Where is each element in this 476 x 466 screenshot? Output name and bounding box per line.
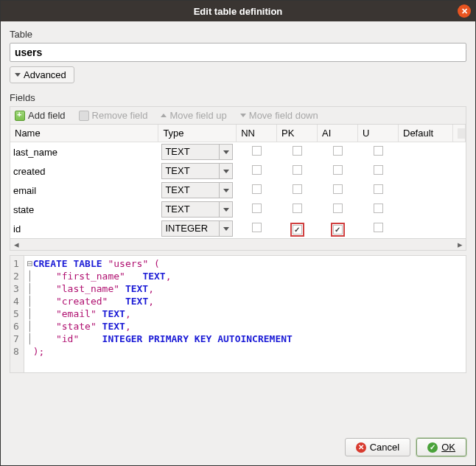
dropdown-arrow-icon[interactable] <box>220 220 233 237</box>
cancel-button[interactable]: ✕ Cancel <box>345 438 410 456</box>
type-select[interactable]: TEXT <box>161 144 220 160</box>
sql-preview[interactable]: 12345678 ⊟CREATE TABLE "users" (│ "first… <box>10 255 466 373</box>
dropdown-arrow-icon[interactable] <box>220 182 233 198</box>
field-name-cell[interactable]: last_name <box>10 142 158 162</box>
fields-label: Fields <box>10 92 466 103</box>
col-default[interactable]: Default <box>399 125 453 142</box>
table-label: Table <box>10 29 466 40</box>
u-checkbox[interactable] <box>374 146 383 156</box>
horizontal-scrollbar[interactable]: ◂ ▸ <box>10 239 466 251</box>
add-icon <box>15 111 25 121</box>
nn-checkbox[interactable] <box>252 184 262 194</box>
nn-checkbox[interactable] <box>252 204 262 213</box>
table-row[interactable]: last_nameTEXT <box>10 142 466 162</box>
col-type[interactable]: Type <box>158 125 237 142</box>
u-checkbox[interactable] <box>374 223 383 232</box>
pk-checkbox[interactable] <box>293 165 302 175</box>
field-type-cell[interactable]: TEXT <box>158 142 237 162</box>
checkbox-cell-nn <box>237 219 277 238</box>
dropdown-arrow-icon[interactable] <box>220 201 233 218</box>
advanced-toggle[interactable]: Advanced <box>10 66 74 83</box>
scroll-left-icon[interactable]: ◂ <box>10 240 22 250</box>
field-type-cell[interactable]: TEXT <box>158 200 237 219</box>
table-row[interactable]: idINTEGER <box>10 219 466 238</box>
field-type-cell[interactable]: INTEGER <box>158 219 237 238</box>
fields-toolbar: Add field Remove field Move field up Mov… <box>10 106 466 124</box>
field-name-cell[interactable]: email <box>10 181 158 200</box>
field-name-cell[interactable]: id <box>10 219 158 238</box>
u-checkbox[interactable] <box>374 204 383 213</box>
checkbox-cell-pk <box>277 200 318 219</box>
nn-checkbox[interactable] <box>252 223 262 232</box>
move-down-button: Move field down <box>240 110 318 121</box>
ai-checkbox[interactable] <box>333 204 343 213</box>
cancel-icon: ✕ <box>356 442 366 453</box>
ai-checkbox[interactable] <box>333 184 343 194</box>
pk-checkbox[interactable] <box>293 146 302 156</box>
default-cell[interactable] <box>399 161 453 181</box>
pk-checkbox[interactable] <box>293 225 302 234</box>
field-type-cell[interactable]: TEXT <box>158 161 237 181</box>
pk-checkbox[interactable] <box>293 204 302 213</box>
field-name-cell[interactable]: created <box>10 161 158 181</box>
checkbox-cell-nn <box>237 142 277 162</box>
checkbox-cell-nn <box>237 181 277 200</box>
header-row: Name Type NN PK AI U Default <box>10 125 466 142</box>
col-nn[interactable]: NN <box>237 125 277 142</box>
checkbox-cell-pk <box>277 161 318 181</box>
checkbox-cell-ai <box>318 161 358 181</box>
ok-button[interactable]: ✓ OK <box>416 438 466 456</box>
u-checkbox[interactable] <box>374 165 383 175</box>
ai-checkbox[interactable] <box>333 225 343 234</box>
field-name-cell[interactable]: state <box>10 200 158 219</box>
checkbox-cell-pk <box>277 219 318 238</box>
ai-checkbox[interactable] <box>333 165 343 175</box>
window-title: Edit table definition <box>194 6 283 17</box>
sql-code[interactable]: ⊟CREATE TABLE "users" (│ "first_name" TE… <box>24 256 295 372</box>
default-cell[interactable] <box>399 181 453 200</box>
default-cell[interactable] <box>399 200 453 219</box>
checkbox-cell-u <box>358 219 399 238</box>
chevron-down-icon <box>240 114 246 117</box>
col-name[interactable]: Name <box>10 125 158 142</box>
u-checkbox[interactable] <box>374 184 383 194</box>
nn-checkbox[interactable] <box>252 165 262 175</box>
pk-checkbox[interactable] <box>293 184 302 194</box>
col-pk[interactable]: PK <box>277 125 318 142</box>
close-button[interactable]: ✕ <box>458 4 471 18</box>
checkbox-cell-pk <box>277 181 318 200</box>
remove-icon <box>79 111 89 121</box>
chevron-up-icon <box>161 114 167 117</box>
checkbox-cell-ai <box>318 200 358 219</box>
checkbox-cell-nn <box>237 200 277 219</box>
remove-field-button: Remove field <box>79 110 148 121</box>
type-select[interactable]: TEXT <box>161 163 220 179</box>
col-ai[interactable]: AI <box>318 125 358 142</box>
scroll-right-icon[interactable]: ▸ <box>454 240 466 250</box>
default-cell[interactable] <box>399 142 453 162</box>
dropdown-arrow-icon[interactable] <box>220 144 233 160</box>
col-u[interactable]: U <box>358 125 399 142</box>
type-select[interactable]: TEXT <box>161 201 220 218</box>
add-field-button[interactable]: Add field <box>15 110 66 121</box>
table-row[interactable]: emailTEXT <box>10 181 466 200</box>
type-select[interactable]: TEXT <box>161 182 220 198</box>
table-row[interactable]: stateTEXT <box>10 200 466 219</box>
chevron-down-icon <box>15 73 21 77</box>
dropdown-arrow-icon[interactable] <box>220 163 233 179</box>
ai-checkbox[interactable] <box>333 146 343 156</box>
default-cell[interactable] <box>399 219 453 238</box>
type-select[interactable]: INTEGER <box>161 220 220 237</box>
nn-checkbox[interactable] <box>252 146 262 156</box>
table-row[interactable]: createdTEXT <box>10 161 466 181</box>
checkbox-cell-ai <box>318 219 358 238</box>
dialog-content: Table Advanced Fields Add field Remove f… <box>1 21 475 465</box>
dialog-footer: ✕ Cancel ✓ OK <box>10 431 466 456</box>
checkbox-cell-pk <box>277 142 318 162</box>
sql-gutter: 12345678 <box>10 256 24 372</box>
table-name-input[interactable] <box>10 43 466 62</box>
ok-icon: ✓ <box>427 442 438 453</box>
col-scroll <box>453 125 466 142</box>
field-type-cell[interactable]: TEXT <box>158 181 237 200</box>
checkbox-cell-u <box>358 161 399 181</box>
